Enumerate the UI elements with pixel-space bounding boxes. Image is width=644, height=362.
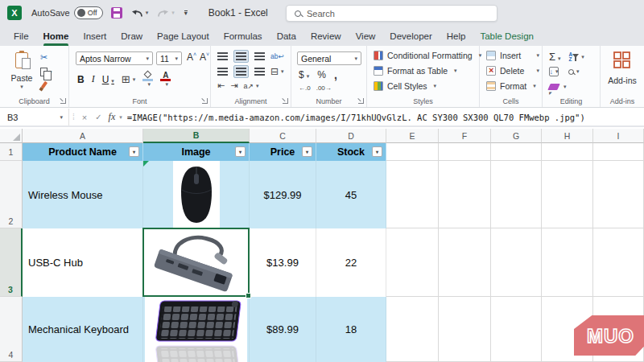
comma-format-button[interactable]: , (334, 68, 337, 81)
clipboard-dialog-launcher[interactable] (60, 98, 66, 104)
insert-function-icon[interactable]: fx (109, 111, 116, 123)
customize-quick-access-icon[interactable] (184, 10, 188, 16)
format-cells-button[interactable]: Format (486, 81, 536, 91)
column-header-g[interactable]: G (491, 129, 542, 143)
number-dialog-launcher[interactable] (358, 98, 364, 104)
column-header-c[interactable]: C (250, 129, 316, 143)
cancel-formula-icon[interactable] (82, 113, 87, 122)
column-header-e[interactable]: E (386, 129, 439, 143)
cell-c2-price[interactable]: $129.99 (250, 161, 316, 228)
format-painter-button[interactable] (41, 81, 47, 89)
font-color-button[interactable] (160, 72, 171, 88)
cell-e2[interactable] (386, 161, 439, 228)
align-center-button[interactable] (233, 65, 249, 78)
column-header-f[interactable]: F (439, 129, 491, 143)
bold-button[interactable]: B (77, 74, 85, 85)
column-header-i[interactable]: I (593, 129, 644, 143)
borders-button[interactable] (122, 73, 135, 85)
confirm-formula-icon[interactable] (95, 113, 101, 121)
cell-b3-image[interactable] (143, 228, 250, 297)
save-button[interactable] (111, 7, 122, 19)
row-header-4[interactable]: 4 (0, 297, 23, 362)
cell-b1-image[interactable]: Image (143, 143, 250, 161)
name-box[interactable]: B3 (0, 109, 69, 125)
font-name-select[interactable]: Aptos Narrow (76, 51, 153, 65)
decrease-indent-button[interactable] (217, 80, 225, 91)
wrap-text-button[interactable] (270, 52, 284, 60)
insert-dropdown-icon[interactable]: ▾ (536, 52, 539, 59)
align-top-button[interactable] (217, 52, 228, 60)
number-format-select[interactable]: General (297, 51, 361, 65)
filter-dropdown-image[interactable] (235, 146, 246, 157)
tab-help[interactable]: Help (440, 26, 473, 46)
align-middle-button[interactable] (233, 50, 249, 63)
cell-i2[interactable] (593, 161, 644, 228)
redo-dropdown-icon[interactable]: ▾ (171, 10, 175, 16)
cell-c4-price[interactable]: $89.99 (250, 297, 316, 362)
font-dialog-launcher[interactable] (202, 98, 208, 104)
tab-home[interactable]: Home (36, 26, 76, 46)
sort-filter-button[interactable]: AZ (569, 52, 584, 62)
column-header-d[interactable]: D (316, 129, 386, 143)
decrease-font-size-button[interactable]: ˅ (200, 51, 209, 63)
decrease-decimal-button[interactable]: .00→ (316, 84, 332, 92)
addins-button[interactable]: Add-ins (605, 51, 639, 97)
cell-a2-product[interactable]: Wireless Mouse (23, 161, 143, 228)
tab-insert[interactable]: Insert (76, 26, 114, 46)
cell-d3-stock[interactable]: 22 (316, 228, 386, 297)
underline-button[interactable]: U (102, 74, 114, 85)
increase-indent-button[interactable] (230, 80, 237, 91)
row-header-2[interactable]: 2 (0, 161, 23, 228)
column-header-a[interactable]: A (23, 129, 143, 143)
align-bottom-button[interactable] (254, 52, 265, 60)
tab-table-design[interactable]: Table Design (473, 26, 540, 46)
clear-dropdown-icon[interactable]: ▾ (564, 84, 567, 90)
cell-f2[interactable] (439, 161, 491, 228)
filter-dropdown-stock[interactable] (372, 146, 382, 157)
cell-c1-price[interactable]: Price (250, 143, 316, 161)
autosave-toggle[interactable]: Off (74, 6, 103, 19)
tab-review[interactable]: Review (303, 26, 349, 46)
cell-g2[interactable] (491, 161, 542, 228)
clear-button[interactable] (547, 84, 560, 90)
orientation-button[interactable] (243, 82, 258, 90)
font-size-select[interactable]: 11 (156, 51, 182, 65)
tab-formulas[interactable]: Formulas (217, 26, 270, 46)
delete-dropdown-icon[interactable]: ▾ (536, 68, 539, 74)
search-input[interactable]: Search (286, 5, 497, 22)
cell-g1[interactable] (491, 143, 542, 161)
cell-g3[interactable] (491, 228, 542, 297)
tab-draw[interactable]: Draw (114, 26, 150, 46)
cell-f4[interactable] (439, 297, 491, 362)
cell-h1[interactable] (542, 143, 593, 161)
percent-format-button[interactable]: % (317, 69, 326, 80)
select-all-corner[interactable] (0, 129, 23, 143)
paste-button[interactable]: Paste ▾ (8, 51, 35, 101)
cell-f3[interactable] (439, 228, 491, 297)
conditional-formatting-button[interactable]: Conditional Formatting (374, 51, 481, 60)
cell-styles-button[interactable]: Cell Styles (374, 81, 436, 91)
cell-h3[interactable] (542, 228, 593, 297)
row-header-3[interactable]: 3 (0, 228, 23, 297)
cell-d4-stock[interactable]: 18 (316, 297, 386, 362)
cell-e4[interactable] (386, 297, 439, 362)
cut-button[interactable] (40, 52, 47, 63)
merge-center-button[interactable] (270, 66, 284, 77)
column-header-h[interactable]: H (542, 129, 593, 143)
cell-b4-image[interactable] (143, 297, 250, 362)
formula-input[interactable]: =IMAGE("https://m.media-amazon.com/image… (127, 113, 585, 122)
currency-format-button[interactable]: $ (299, 69, 309, 80)
format-as-table-button[interactable]: Format as Table (374, 66, 457, 76)
tab-file[interactable]: File (6, 26, 36, 46)
tab-data[interactable]: Data (270, 26, 303, 46)
italic-button[interactable]: I (92, 73, 95, 85)
fill-down-button[interactable] (549, 67, 559, 76)
cell-i1[interactable] (593, 143, 644, 161)
insert-cells-button[interactable]: Insert▾ (486, 51, 539, 60)
cell-a3-product[interactable]: USB-C Hub (23, 228, 143, 297)
fill-color-button[interactable] (142, 71, 153, 88)
cell-c3-price[interactable]: $13.99 (250, 228, 316, 297)
filter-dropdown-price[interactable] (302, 146, 312, 157)
cell-e3[interactable] (386, 228, 439, 297)
column-header-b[interactable]: B (143, 129, 250, 143)
